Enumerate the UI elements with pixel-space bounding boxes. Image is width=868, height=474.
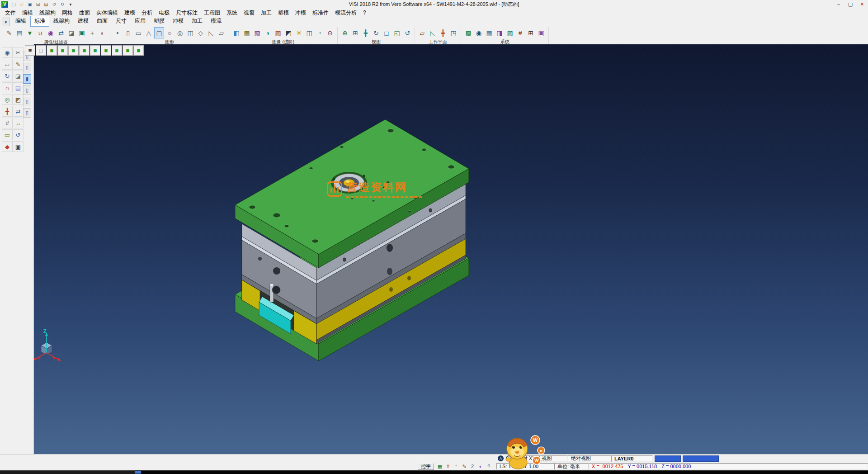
menu-item-flow-analysis[interactable]: 模流分析 xyxy=(332,8,360,18)
wireframe-view-icon[interactable]: ▦ xyxy=(242,27,252,38)
sketch-icon[interactable]: ✎ xyxy=(13,59,24,70)
menu-item-system[interactable]: 系统 xyxy=(223,8,241,18)
stack-item-3-icon[interactable]: ▮ xyxy=(23,74,31,84)
probe-icon[interactable]: ⊙ xyxy=(325,27,335,38)
menu-item-help[interactable]: ? xyxy=(360,9,369,17)
copy-attr-icon[interactable]: ▣ xyxy=(77,27,87,38)
trim-icon[interactable]: ✂ xyxy=(13,47,24,58)
stack-item-2-icon[interactable]: ▯ xyxy=(23,63,31,72)
menu-item-machining[interactable]: 加工 xyxy=(258,8,275,18)
tube-icon[interactable]: ◫ xyxy=(185,27,195,38)
grid-icon[interactable]: # xyxy=(515,27,525,38)
layer-field[interactable]: LAYER0 xyxy=(611,455,653,462)
refresh-view-icon[interactable]: ↺ xyxy=(402,27,412,38)
tab-dimension[interactable]: 尺寸 xyxy=(112,16,131,27)
swap-icon[interactable]: ⇄ xyxy=(56,27,66,38)
rotate-icon[interactable]: ↻ xyxy=(2,71,13,81)
stack-item-5-icon[interactable]: ▯ xyxy=(23,97,31,106)
eraser-icon[interactable]: ◪ xyxy=(66,27,76,38)
tab-flow[interactable]: 模流 xyxy=(207,16,226,27)
open-file-icon[interactable]: ▱ xyxy=(18,1,25,8)
maximize-button[interactable]: ▢ xyxy=(844,0,856,8)
redo-icon[interactable]: ↻ xyxy=(59,1,66,8)
view-wire-cube-icon[interactable]: □ xyxy=(36,45,46,56)
workplane-3pt-icon[interactable]: ◺ xyxy=(428,27,438,38)
globe-icon[interactable]: ◉ xyxy=(474,27,484,38)
mesh-grid-icon[interactable]: # xyxy=(2,118,13,128)
new-file-icon[interactable]: ▢ xyxy=(10,1,17,8)
close-button[interactable]: × xyxy=(856,0,868,8)
menu-item-die[interactable]: 冲模 xyxy=(292,8,309,18)
tab-application[interactable]: 应用 xyxy=(131,16,150,27)
units-field[interactable]: 单位: 毫米 xyxy=(554,463,589,469)
3d-viewport[interactable]: Z 营造资料网 xyxy=(34,44,868,454)
point-icon[interactable]: • xyxy=(113,27,123,38)
calc-icon[interactable]: ⊞ xyxy=(526,27,536,38)
stack-item-4-icon[interactable]: ▯ xyxy=(23,85,31,95)
tab-modeling[interactable]: 建模 xyxy=(74,16,93,27)
taskbar-blue-item[interactable] xyxy=(135,471,141,474)
axes-tool-icon[interactable]: ╋ xyxy=(2,106,13,117)
light-icon[interactable]: ✳ xyxy=(294,27,304,38)
torus-icon[interactable]: ◎ xyxy=(175,27,185,38)
section-icon[interactable]: ◫ xyxy=(304,27,314,38)
view-iso-5-icon[interactable]: ■ xyxy=(90,45,100,56)
view-list-icon[interactable]: ≡ xyxy=(25,45,35,56)
attr-doc-icon[interactable]: ▤ xyxy=(14,27,24,38)
note-icon[interactable]: ▭ xyxy=(2,129,13,140)
view-iso-2-icon[interactable]: ■ xyxy=(57,45,68,56)
render-icon[interactable]: ◑ xyxy=(263,27,273,38)
half-tone-icon[interactable]: ◐ xyxy=(476,463,485,470)
view-mode-field[interactable]: 绝对视图 xyxy=(568,455,611,462)
erase-icon[interactable]: ◪ xyxy=(13,71,24,81)
tab-wireframe[interactable]: 线架构 xyxy=(49,16,74,27)
iso-view-icon[interactable]: ◱ xyxy=(392,27,402,38)
front-view-icon[interactable]: ◻ xyxy=(382,27,392,38)
add-attr-icon[interactable]: + xyxy=(87,27,97,38)
plot-icon[interactable]: ▤ xyxy=(42,1,50,8)
print-icon[interactable]: ⊟ xyxy=(34,1,42,8)
chip-icon[interactable]: ▣ xyxy=(536,27,546,38)
layers-icon[interactable]: ▤ xyxy=(13,82,24,93)
view-iso-4-icon[interactable]: ■ xyxy=(79,45,90,56)
minimize-button[interactable]: – xyxy=(833,0,844,8)
star-icon[interactable]: * xyxy=(452,463,460,470)
tab-edit[interactable]: 编辑 xyxy=(11,16,30,27)
tab-film[interactable]: 塑膜 xyxy=(150,16,169,27)
undo-tool-icon[interactable]: ↺ xyxy=(13,129,24,140)
measure-icon[interactable]: ↔ xyxy=(13,118,24,128)
transparency-icon[interactable]: ◔ xyxy=(315,27,325,38)
diamond-icon[interactable]: ◇ xyxy=(196,27,206,38)
store-icon[interactable]: ▣ xyxy=(13,141,24,152)
cylinder-icon[interactable]: ▯ xyxy=(123,27,133,38)
view-iso-3-icon[interactable]: ■ xyxy=(68,45,79,56)
snap-magnet-icon[interactable]: ∩ xyxy=(2,82,13,93)
snap-mode-button[interactable]: 控宇 xyxy=(418,463,434,470)
edit-coord-icon[interactable]: ✎ xyxy=(460,463,468,470)
workplane-icon[interactable]: ▱ xyxy=(417,27,427,38)
filter-icon[interactable]: ▼ xyxy=(25,27,35,38)
hidden-line-icon[interactable]: ▧ xyxy=(252,27,262,38)
tab-surface[interactable]: 曲面 xyxy=(93,16,112,27)
plane-tool-icon[interactable]: ▱ xyxy=(2,59,13,70)
grid-toggle-icon[interactable]: ▦ xyxy=(436,463,444,470)
menu-item-mold[interactable]: 塑模 xyxy=(275,8,292,18)
plane-icon[interactable]: ▱ xyxy=(217,27,226,38)
axis-icon[interactable]: ╋ xyxy=(438,27,448,38)
help-status-icon[interactable]: ? xyxy=(485,463,493,470)
texture-icon[interactable]: ▨ xyxy=(273,27,283,38)
view-shaded-cube-icon[interactable]: ■ xyxy=(133,45,144,56)
wedge-icon[interactable]: ◺ xyxy=(206,27,216,38)
mirror-icon[interactable]: ⇄ xyxy=(13,106,24,117)
undo-icon[interactable]: ↺ xyxy=(51,1,58,8)
slab-icon[interactable]: ▭ xyxy=(133,27,143,38)
tab-dropdown-icon[interactable]: ▾ xyxy=(2,18,10,26)
magnet-icon[interactable]: ∪ xyxy=(35,27,45,38)
half-icon[interactable]: ◨ xyxy=(495,27,505,38)
droplet-icon[interactable]: ◉ xyxy=(46,27,56,38)
half-shade-icon[interactable]: ◐ xyxy=(98,27,108,38)
view-iso-6-icon[interactable]: ■ xyxy=(101,45,111,56)
save-icon[interactable]: ▣ xyxy=(26,1,33,8)
desktop-mascot[interactable]: W o W xyxy=(501,433,546,473)
view-iso-1-icon[interactable]: ■ xyxy=(47,45,57,56)
